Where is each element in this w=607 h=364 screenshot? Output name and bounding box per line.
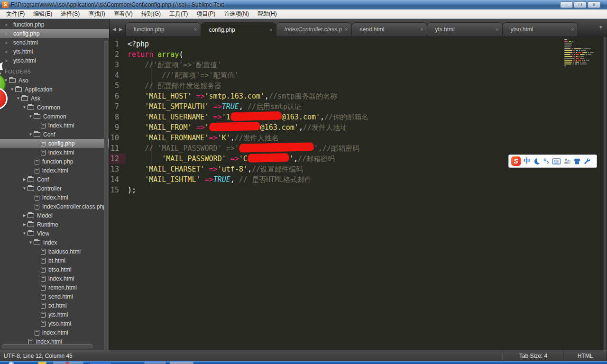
clipboard-user-icon[interactable]	[563, 158, 570, 165]
open-file-row[interactable]: ×function.php	[0, 20, 109, 29]
tree-file-row[interactable]: baiduso.html	[0, 247, 109, 256]
tab-yts.html[interactable]: yts.html×	[427, 22, 503, 36]
tab-scroll-left-icon[interactable]: ◀	[112, 27, 116, 32]
tree-folder-row[interactable]: ▼View	[0, 229, 109, 238]
tab-config.php[interactable]: config.php×	[201, 22, 276, 37]
tree-file-row[interactable]: index.html	[0, 166, 109, 175]
tree-file-row[interactable]: ytso.html	[0, 319, 109, 328]
menu-item[interactable]: 首选项(N)	[220, 9, 253, 18]
tree-file-row[interactable]: send.html	[0, 292, 109, 301]
syntax-status[interactable]: HTML	[563, 351, 607, 361]
tab-close-icon[interactable]: ×	[417, 27, 423, 32]
punctuation-icon[interactable]	[543, 158, 550, 164]
chevron-right-icon[interactable]: ▶	[21, 213, 28, 218]
open-file-row[interactable]: ×ytso.html	[0, 56, 109, 65]
full-width-moon-icon[interactable]	[533, 158, 540, 165]
code-editor[interactable]: 1<?php2return array(3 //'配置项'=>'配置值'4 //…	[110, 37, 607, 350]
tree-file-row[interactable]: config.php	[0, 139, 109, 148]
tree-file-row[interactable]: index.html	[0, 274, 109, 283]
start-orb[interactable]	[9, 362, 14, 364]
tree-file-row[interactable]: index.html	[0, 121, 109, 130]
sogou-logo-icon[interactable]: S	[511, 156, 521, 166]
tab-size-status[interactable]: Tab Size: 4	[503, 351, 563, 361]
tree-file-row[interactable]: txt.html	[0, 301, 109, 310]
tree-file-row[interactable]: index.html	[0, 328, 109, 337]
chevron-right-icon[interactable]: ▶	[21, 222, 28, 227]
tab-function.php[interactable]: function.php×	[125, 22, 201, 36]
tree-folder-row[interactable]: ▶Runtime	[0, 220, 109, 229]
tab-scroll-right-icon[interactable]: ▶	[119, 27, 123, 32]
tree-folder-row[interactable]: ▼Common	[0, 103, 109, 112]
chevron-down-icon[interactable]: ▼	[21, 186, 28, 191]
taskbar-app[interactable]	[144, 362, 166, 364]
tree-folder-row[interactable]: ▶Model	[0, 211, 109, 220]
tree-file-row[interactable]: index.html	[0, 193, 109, 202]
tree-folder-row[interactable]: ▼Controller	[0, 184, 109, 193]
tree-folder-row[interactable]: ▼Conf	[0, 130, 109, 139]
chevron-down-icon[interactable]: ▼	[21, 231, 28, 236]
tree-folder-row[interactable]: ▶Conf	[0, 175, 109, 184]
menu-item[interactable]: 查找(I)	[84, 9, 109, 18]
close-file-icon[interactable]: ×	[5, 40, 13, 46]
taskbar-app-active[interactable]	[53, 362, 83, 364]
close-file-icon[interactable]: ×	[5, 22, 13, 27]
tab-close-icon[interactable]: ×	[267, 27, 272, 33]
close-button[interactable]: ✕	[588, 1, 600, 8]
menu-item[interactable]: 文件(F)	[2, 9, 29, 18]
minimize-button[interactable]: —	[560, 1, 573, 8]
tab-ytso.html[interactable]: ytso.html×	[502, 22, 578, 36]
soft-keyboard-icon[interactable]	[552, 158, 561, 164]
tree-folder-row[interactable]: ▼Application	[0, 85, 109, 94]
tab-close-icon[interactable]: ×	[493, 27, 498, 32]
chevron-down-icon[interactable]: ▼	[9, 87, 15, 91]
menu-item[interactable]: 工具(T)	[165, 9, 192, 18]
settings-wrench-icon[interactable]	[584, 158, 591, 165]
tree-file-row[interactable]: yts.html	[0, 310, 109, 319]
skin-tshirt-icon[interactable]	[573, 158, 581, 165]
sidebar-horizontal-scrollbar[interactable]	[2, 344, 93, 348]
tab-list-dropdown-icon[interactable]: ▼	[598, 25, 603, 30]
menu-item[interactable]: 查看(V)	[110, 9, 137, 18]
chevron-down-icon[interactable]: ▼	[28, 114, 34, 118]
tree-folder-row[interactable]: ▼Index	[0, 238, 109, 247]
chevron-right-icon[interactable]: ▶	[21, 177, 28, 182]
tree-file-row[interactable]: IndexController.class.php	[0, 202, 109, 211]
tab-send.html[interactable]: send.html×	[351, 22, 427, 36]
tree-folder-row[interactable]: ▼Aso	[0, 76, 109, 85]
chevron-down-icon[interactable]: ▼	[21, 105, 28, 109]
chevron-down-icon[interactable]: ▼	[28, 240, 34, 245]
open-file-row[interactable]: ×config.php	[0, 29, 109, 38]
windows-taskbar[interactable]	[0, 361, 607, 364]
tree-file-row[interactable]: bt.html	[0, 256, 109, 265]
tree-file-row[interactable]: index.html	[0, 148, 109, 157]
menu-item[interactable]: 转到(G)	[137, 9, 165, 18]
close-file-icon[interactable]: ×	[5, 31, 13, 36]
editor-vertical-scrollbar[interactable]	[602, 37, 607, 350]
tree-folder-row[interactable]: ▼Ask	[0, 94, 109, 103]
tree-folder-row[interactable]: ▼Common	[0, 112, 109, 121]
close-file-icon[interactable]: ×	[5, 49, 13, 55]
restore-button[interactable]: ❐	[574, 1, 587, 8]
minimap[interactable]	[564, 39, 595, 67]
close-file-icon[interactable]: ×	[5, 58, 13, 64]
tree-file-row[interactable]: btso.html	[0, 265, 109, 274]
taskbar-icon[interactable]	[90, 362, 111, 364]
tab-IndexController.class.php[interactable]: IndexController.class.php×	[276, 22, 352, 36]
tab-close-icon[interactable]: ×	[342, 27, 348, 32]
menu-item[interactable]: 项目(P)	[192, 9, 220, 18]
tree-file-row[interactable]: function.php	[0, 157, 109, 166]
chevron-down-icon[interactable]: ▼	[15, 96, 21, 100]
tab-close-icon[interactable]: ×	[568, 27, 574, 32]
chinese-mode-icon[interactable]: 中	[524, 157, 530, 165]
menu-item[interactable]: 帮助(H)	[253, 9, 281, 18]
chevron-down-icon[interactable]: ▼	[28, 132, 34, 136]
tree-file-row[interactable]: remen.html	[0, 283, 109, 292]
open-file-row[interactable]: ×yts.html	[0, 47, 109, 56]
open-file-row[interactable]: ×send.html	[0, 38, 109, 47]
taskbar-app[interactable]	[170, 362, 193, 364]
menu-item[interactable]: 选择(S)	[56, 9, 84, 18]
menu-item[interactable]: 编辑(E)	[29, 9, 56, 18]
sidebar-vertical-scrollbar[interactable]	[104, 41, 108, 350]
taskbar-icon[interactable]	[38, 362, 46, 364]
tab-close-icon[interactable]: ×	[191, 27, 197, 32]
